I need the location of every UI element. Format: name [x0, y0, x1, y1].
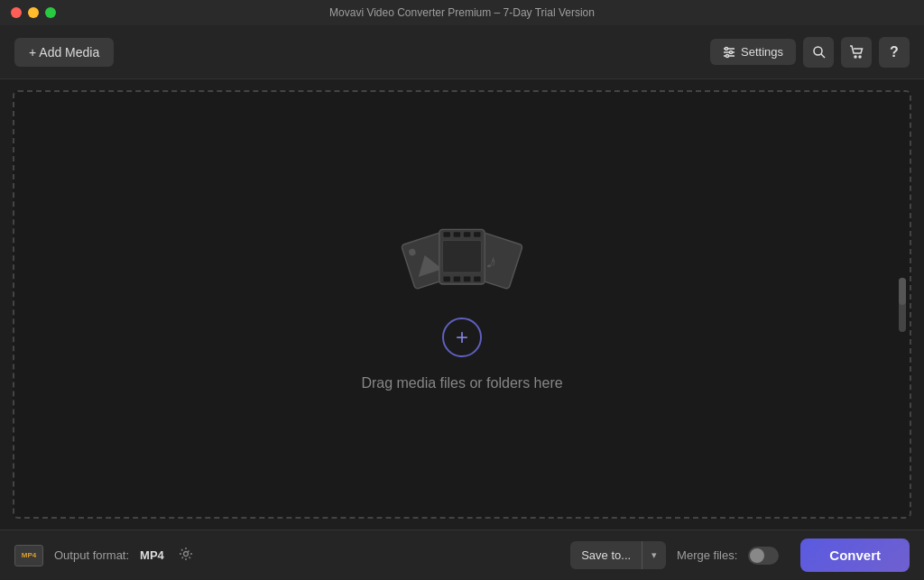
title-bar: Movavi Video Converter Premium – 7-Day T…: [0, 0, 924, 25]
svg-rect-20: [443, 276, 449, 281]
help-icon: ?: [890, 44, 899, 60]
svg-line-7: [821, 54, 825, 58]
settings-button[interactable]: Settings: [710, 39, 796, 65]
svg-rect-17: [454, 232, 460, 237]
merge-files-label: Merge files:: [677, 548, 737, 562]
scrollbar-thumb[interactable]: [899, 278, 906, 305]
sliders-icon: [723, 46, 735, 59]
drop-area[interactable]: ♪: [13, 90, 911, 519]
add-icon: +: [456, 325, 468, 350]
save-to-arrow-icon: ▾: [642, 542, 666, 568]
window-title: Movavi Video Converter Premium – 7-Day T…: [329, 6, 595, 19]
media-icons-illustration: ♪: [399, 218, 525, 299]
cart-icon: [849, 45, 864, 59]
toolbar-right: Settings ?: [710, 37, 910, 68]
svg-point-8: [855, 56, 856, 58]
svg-rect-19: [474, 232, 480, 237]
search-icon: [812, 45, 826, 59]
settings-label: Settings: [741, 45, 783, 59]
maximize-button[interactable]: [45, 7, 56, 18]
svg-point-6: [814, 47, 822, 55]
format-icon: MP4: [14, 545, 43, 566]
toolbar: + Add Media Settings: [0, 25, 924, 79]
merge-files-toggle[interactable]: [748, 547, 779, 565]
search-button[interactable]: [803, 37, 834, 68]
svg-rect-18: [464, 232, 470, 237]
svg-point-3: [725, 47, 728, 50]
svg-point-25: [183, 551, 188, 556]
minimize-button[interactable]: [28, 7, 39, 18]
add-media-label: + Add Media: [29, 45, 99, 60]
save-to-button[interactable]: Save to... ▾: [570, 541, 666, 569]
svg-rect-21: [454, 276, 460, 281]
svg-point-5: [726, 54, 729, 57]
scrollbar[interactable]: [899, 278, 906, 332]
drag-drop-text: Drag media files or folders here: [361, 375, 562, 391]
traffic-lights: [11, 7, 56, 18]
output-format-label: Output format:: [54, 548, 129, 562]
add-circle-button[interactable]: +: [442, 318, 482, 357]
media-illustration: ♪: [399, 214, 525, 304]
convert-label: Convert: [829, 548, 881, 563]
format-icon-label: MP4: [22, 551, 36, 559]
svg-rect-24: [443, 240, 482, 272]
cart-button[interactable]: [841, 37, 872, 68]
gear-icon: [179, 547, 193, 561]
close-button[interactable]: [11, 7, 22, 18]
svg-rect-16: [443, 232, 449, 237]
output-format-value: MP4: [140, 548, 164, 562]
help-button[interactable]: ?: [879, 37, 910, 68]
svg-point-9: [859, 56, 861, 58]
svg-rect-22: [464, 276, 470, 281]
bottom-bar: MP4 Output format: MP4 Save to... ▾ Merg…: [0, 529, 924, 580]
convert-button[interactable]: Convert: [800, 539, 910, 572]
drop-area-container: ♪: [0, 79, 924, 529]
format-settings-button[interactable]: [175, 543, 197, 568]
save-to-label: Save to...: [570, 541, 642, 569]
add-media-button[interactable]: + Add Media: [14, 38, 114, 67]
toggle-knob: [750, 548, 764, 563]
svg-point-4: [730, 51, 733, 53]
svg-rect-23: [474, 276, 480, 281]
